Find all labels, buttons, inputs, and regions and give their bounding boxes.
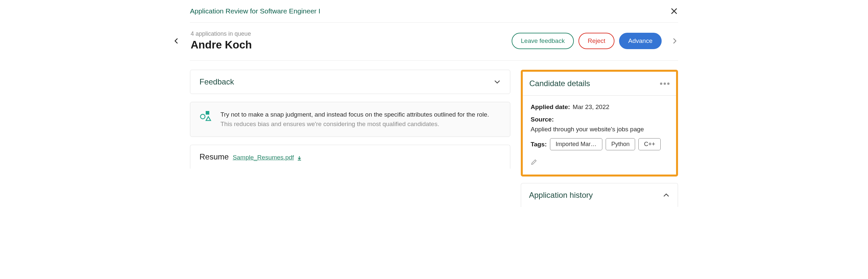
next-candidate-arrow[interactable] [671,37,678,44]
close-icon[interactable] [670,7,678,15]
banner-line-2: This reduces bias and ensures we're cons… [220,120,489,129]
candidate-details-panel: Candidate details Applied date: Mar 23, … [521,70,678,177]
tags-label: Tags: [531,141,547,148]
chevron-down-icon [494,78,501,86]
feedback-section[interactable]: Feedback [190,70,510,94]
source-value: Applied through your website's jobs page [531,126,644,133]
reject-button[interactable]: Reject [579,33,615,49]
more-options-icon[interactable] [660,83,670,85]
applied-date-label: Applied date: [531,103,570,111]
chevron-up-icon [663,192,670,199]
application-history-title: Application history [529,191,593,200]
prev-candidate-arrow[interactable] [173,37,180,44]
banner-line-1: Try not to make a snap judgment, and ins… [220,110,489,120]
tag[interactable]: C++ [639,138,661,150]
download-icon[interactable] [297,156,302,161]
page-title: Application Review for Software Engineer… [190,7,320,15]
svg-point-0 [200,114,205,119]
edit-tags-icon[interactable] [531,159,537,165]
candidate-name: Andre Koch [191,39,512,51]
tag[interactable]: Imported Marc… [550,138,602,150]
source-label: Source: [531,116,554,123]
resume-section: Resume Sample_Resumes.pdf [190,145,510,168]
leave-feedback-button[interactable]: Leave feedback [512,33,574,49]
queue-count: 4 applications in queue [191,30,512,37]
tag[interactable]: Python [606,138,635,150]
applied-date-value: Mar 23, 2022 [572,103,609,111]
shapes-icon [199,110,213,123]
bias-reminder-banner: Try not to make a snap judgment, and ins… [190,102,510,137]
application-history-section[interactable]: Application history [521,183,678,207]
resume-file-link[interactable]: Sample_Resumes.pdf [232,154,294,161]
svg-rect-1 [206,111,209,114]
advance-button[interactable]: Advance [619,33,662,49]
resume-title: Resume [199,152,229,161]
candidate-details-title: Candidate details [529,79,590,88]
feedback-title: Feedback [199,77,234,87]
